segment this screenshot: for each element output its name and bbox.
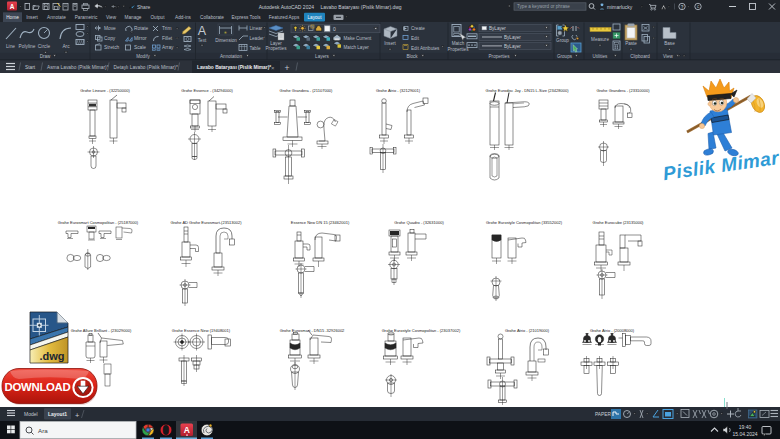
svg-text:View: View: [106, 15, 117, 20]
svg-text:Create: Create: [411, 26, 425, 31]
svg-text:Start: Start: [25, 65, 36, 70]
svg-text:Grohe Eurodisc Joy - DN15 L-Si: Grohe Eurodisc Joy - DN15 L-Size (234280…: [486, 88, 570, 93]
svg-text:+: +: [285, 63, 290, 73]
svg-text:ByLayer: ByLayer: [504, 44, 521, 49]
svg-text:DOWNLOAD: DOWNLOAD: [5, 381, 71, 393]
svg-text:Grohe Allure Brilliant - (2302: Grohe Allure Brilliant - (23029000): [71, 328, 132, 333]
svg-text:Grohe Eurosmart - DN15 -329260: Grohe Eurosmart - DN15 -32926002: [280, 328, 345, 333]
svg-text:Insert: Insert: [384, 41, 396, 46]
svg-text:mimarlucky: mimarlucky: [607, 4, 633, 10]
svg-text:Grohe Atrio - (32129001): Grohe Atrio - (32129001): [376, 88, 421, 93]
svg-text:Arc: Arc: [62, 44, 70, 49]
svg-text:Circle: Circle: [38, 44, 51, 49]
svg-text:Edit: Edit: [411, 36, 420, 41]
svg-text:Stretch: Stretch: [104, 45, 120, 50]
svg-text:Model: Model: [24, 411, 38, 417]
svg-text:+: +: [75, 411, 80, 420]
svg-text:Grohe Eurosmart Cosmopolitan -: Grohe Eurosmart Cosmopolitan - (25187000…: [58, 220, 139, 225]
svg-text:Draw: Draw: [40, 54, 51, 59]
svg-text:Properties: Properties: [266, 46, 288, 51]
svg-text:Grohe AD Grohe Eurosmart-(2351: Grohe AD Grohe Eurosmart-(23513002): [170, 220, 242, 225]
svg-text:Layout: Layout: [307, 15, 322, 20]
svg-text:Home: Home: [6, 15, 19, 20]
svg-text:Rotate: Rotate: [134, 26, 148, 31]
svg-text:A: A: [10, 3, 15, 10]
svg-text:Asma Lavabo (Pislik Mimar)*: Asma Lavabo (Pislik Mimar)*: [47, 65, 109, 70]
svg-text:Line: Line: [6, 44, 15, 49]
svg-text:Utilities: Utilities: [593, 54, 609, 59]
svg-text:Layer: Layer: [270, 41, 282, 46]
svg-text:Grohe Grandera - (21107000): Grohe Grandera - (21107000): [280, 88, 334, 93]
svg-text:Paste: Paste: [625, 41, 637, 46]
svg-text:Polyline: Polyline: [19, 44, 36, 49]
svg-text:ByLayer: ByLayer: [504, 35, 521, 40]
svg-text:Parametric: Parametric: [75, 15, 98, 20]
svg-text:View: View: [663, 54, 674, 59]
svg-text:Lavabo Bataryası (Pislik Mimar: Lavabo Bataryası (Pislik Mimar)*: [197, 65, 271, 70]
svg-text:Grohe Eurostyle Cosmopolitan -: Grohe Eurostyle Cosmopolitan - (23037002…: [382, 328, 461, 333]
svg-text:Annotate: Annotate: [47, 15, 66, 20]
svg-text:Move: Move: [104, 26, 116, 31]
svg-text:.dwg: .dwg: [39, 350, 64, 362]
svg-text:Grohe Atrio - (20008000): Grohe Atrio - (20008000): [590, 328, 635, 333]
svg-text:Fillet: Fillet: [162, 36, 173, 41]
svg-text:Base: Base: [664, 41, 675, 46]
svg-text:Mirror: Mirror: [134, 36, 147, 41]
svg-text:Express Tools: Express Tools: [231, 15, 261, 20]
svg-text:Grohe Eurocube (23135000): Grohe Eurocube (23135000): [593, 220, 645, 225]
svg-text:Layout1: Layout1: [48, 411, 67, 417]
svg-text:Group: Group: [556, 38, 569, 43]
svg-text:Array: Array: [162, 45, 174, 50]
svg-text:Type a keyword or phrase: Type a keyword or phrase: [517, 4, 570, 9]
svg-text:Copy: Copy: [104, 36, 116, 41]
svg-text:Modify: Modify: [136, 54, 150, 59]
svg-text:Dimension: Dimension: [215, 38, 237, 43]
svg-text:?: ?: [681, 5, 684, 10]
svg-text:A: A: [198, 24, 207, 38]
svg-text:Groups: Groups: [557, 54, 573, 59]
svg-text:Detaylı Lavabo (Pislik Mimar)*: Detaylı Lavabo (Pislik Mimar)*: [114, 65, 178, 70]
svg-text:Output: Output: [150, 15, 165, 20]
svg-text:Layers: Layers: [315, 54, 329, 59]
svg-text:Match Layer: Match Layer: [344, 45, 370, 50]
svg-text:Make Current: Make Current: [344, 36, 373, 41]
svg-text:ByLayer: ByLayer: [489, 26, 506, 31]
svg-text:Add-ins: Add-ins: [175, 15, 192, 20]
svg-text:Grohe Essence New (19408001): Grohe Essence New (19408001): [172, 328, 231, 333]
svg-text:Linear: Linear: [250, 26, 263, 31]
svg-text:Block: Block: [406, 54, 418, 59]
svg-text:PAPER: PAPER: [595, 412, 611, 417]
svg-text:Lavabo Bataryası (Pislik Mimar: Lavabo Bataryası (Pislik Mimar).dwg: [321, 4, 402, 10]
svg-text:15.04.2024: 15.04.2024: [732, 431, 757, 437]
svg-text:Essence New DN 15 (23462001): Essence New DN 15 (23462001): [291, 220, 350, 225]
svg-text:Leader: Leader: [250, 36, 265, 41]
svg-text:A: A: [184, 425, 190, 435]
svg-text:Ara: Ara: [38, 427, 48, 434]
svg-text:Grohe Lineare - (32250000): Grohe Lineare - (32250000): [80, 88, 130, 93]
svg-text:Trim: Trim: [162, 26, 171, 31]
svg-text:Measure: Measure: [591, 37, 609, 42]
svg-text:Grohe Atrio - (21019000): Grohe Atrio - (21019000): [505, 328, 550, 333]
svg-text:Properties: Properties: [489, 54, 511, 59]
svg-text:Edit Attributes: Edit Attributes: [411, 46, 440, 51]
svg-text:Scale: Scale: [134, 45, 146, 50]
svg-text:19:40: 19:40: [739, 424, 752, 430]
svg-text:Clipboard: Clipboard: [630, 54, 650, 59]
svg-text:Grohe Eurostyle Cosmopolitan (: Grohe Eurostyle Cosmopolitan (33552002): [486, 220, 563, 225]
svg-text:Text: Text: [198, 38, 207, 43]
svg-text:0: 0: [333, 26, 336, 32]
svg-text:Share: Share: [137, 4, 151, 10]
svg-text:Collaborate: Collaborate: [200, 15, 224, 20]
svg-text:Autodesk AutoCAD 2024: Autodesk AutoCAD 2024: [259, 4, 315, 10]
svg-text:Featured Apps: Featured Apps: [269, 15, 300, 20]
svg-text:Grohe Grandera - (23310000): Grohe Grandera - (23310000): [596, 88, 650, 93]
svg-text:Match: Match: [452, 41, 465, 46]
svg-text:Grohe Quadro - (32631000): Grohe Quadro - (32631000): [394, 220, 444, 225]
svg-text:Properties: Properties: [448, 47, 470, 52]
svg-text:Table: Table: [250, 46, 261, 51]
svg-text:Grohe Essence - (34294000): Grohe Essence - (34294000): [181, 88, 233, 93]
svg-text:Insert: Insert: [26, 15, 38, 20]
svg-text:Annotation: Annotation: [220, 54, 242, 59]
svg-text:Manage: Manage: [125, 15, 142, 20]
svg-text:×: ×: [271, 65, 275, 71]
